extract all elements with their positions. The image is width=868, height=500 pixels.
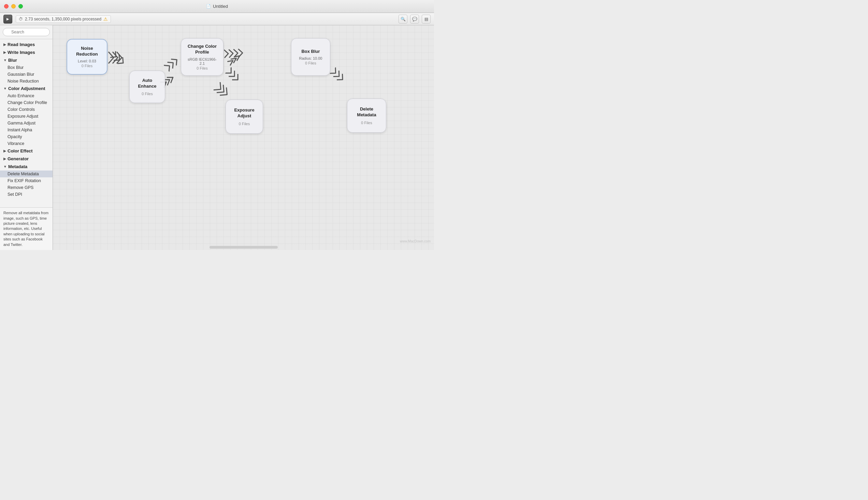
- node-delete-metadata[interactable]: Delete Metadata 0 Files: [347, 99, 386, 133]
- maximize-button[interactable]: [19, 4, 23, 9]
- sidebar-toggle-button[interactable]: ▤: [422, 15, 431, 24]
- node-title: Noise Reduction: [72, 46, 102, 57]
- sidebar-group-color-effect[interactable]: ▶ Color Effect: [0, 147, 53, 155]
- sidebar-item-change-color-profile[interactable]: Change Color Profile: [0, 99, 53, 106]
- sidebar-item-gaussian-blur[interactable]: Gaussian Blur: [0, 71, 53, 78]
- minimize-button[interactable]: [11, 4, 16, 9]
- node-files: 0 Files: [196, 66, 207, 70]
- chevron-right-icon: ▶: [3, 43, 6, 46]
- node-title: Box Blur: [301, 49, 320, 55]
- node-files: 0 Files: [239, 122, 250, 126]
- status-text: 2.73 seconds, 1,350,000 pixels processed: [25, 17, 101, 22]
- sidebar-item-fix-exif-rotation[interactable]: Fix EXIF Rotation: [0, 177, 53, 184]
- sidebar: ▶ Read Images ▶ Write Images ▼ Blur Box …: [0, 25, 53, 250]
- sidebar-item-exposure-adjust[interactable]: Exposure Adjust: [0, 113, 53, 120]
- window-title-area: 📄 Untitled: [206, 4, 228, 9]
- sidebar-group-label: Blur: [8, 58, 17, 63]
- main-content: ▶ Read Images ▶ Write Images ▼ Blur Box …: [0, 25, 434, 250]
- node-title: Exposure Adjust: [230, 107, 258, 119]
- sidebar-item-set-dpi[interactable]: Set DPI: [0, 191, 53, 198]
- connector-4: [224, 46, 248, 61]
- node-auto-enhance[interactable]: Auto Enhance 0 Files: [129, 71, 165, 103]
- sidebar-group-label: Color Effect: [8, 148, 33, 154]
- sidebar-group-metadata[interactable]: ▼ Metadata: [0, 163, 53, 171]
- chevron-down-icon: ▼: [3, 58, 7, 62]
- toolbar-right-icons: 🔍 💬 ▤: [398, 15, 431, 24]
- toolbar: ▶ ⏱ 2.73 seconds, 1,350,000 pixels proce…: [0, 13, 434, 25]
- sidebar-item-remove-gps[interactable]: Remove GPS: [0, 184, 53, 191]
- sidebar-group-label: Write Images: [8, 50, 35, 55]
- canvas-scrollbar[interactable]: [210, 246, 278, 249]
- node-title: Delete Metadata: [352, 106, 381, 118]
- window-title: Untitled: [213, 4, 228, 9]
- sidebar-group-label: Metadata: [8, 164, 27, 169]
- sidebar-item-opacity[interactable]: Opacity: [0, 133, 53, 140]
- play-icon: ▶: [7, 17, 9, 21]
- play-button[interactable]: ▶: [3, 15, 12, 24]
- node-files: 0 Files: [361, 121, 372, 125]
- comment-button[interactable]: 💬: [410, 15, 419, 24]
- search-wrapper: [3, 28, 50, 36]
- sidebar-description: Remove all metatdata from image, such as…: [0, 207, 53, 250]
- node-files: 0 Files: [142, 92, 153, 96]
- node-subtitle: Radius: 10.00: [299, 56, 323, 60]
- chevron-right-icon: ▶: [3, 50, 6, 54]
- sidebar-group-read-images[interactable]: ▶ Read Images: [0, 41, 53, 48]
- sidebar-item-gamma-adjust[interactable]: Gamma Adjust: [0, 120, 53, 126]
- node-subtitle: Level: 0.03: [78, 59, 96, 63]
- search-input[interactable]: [3, 28, 50, 36]
- node-title: Change Color Profile: [186, 44, 218, 55]
- sidebar-item-vibrance[interactable]: Vibrance: [0, 140, 53, 147]
- connector-1: [104, 49, 133, 78]
- sidebar-list: ▶ Read Images ▶ Write Images ▼ Blur Box …: [0, 39, 53, 207]
- node-subtitle: sRGB IEC61966-2.1: [186, 57, 218, 66]
- sidebar-description-text: Remove all metatdata from image, such as…: [3, 211, 48, 246]
- sidebar-item-color-controls[interactable]: Color Controls: [0, 106, 53, 113]
- titlebar: 📄 Untitled: [0, 0, 434, 13]
- sidebar-item-instant-alpha[interactable]: Instant Alpha: [0, 126, 53, 133]
- sidebar-group-color-adjustment[interactable]: ▼ Color Adjustment: [0, 84, 53, 92]
- warning-icon: ⚠: [103, 16, 108, 22]
- canvas-area[interactable]: Noise Reduction Level: 0.03 0 Files Auto…: [53, 25, 434, 250]
- node-files: 0 Files: [81, 64, 92, 68]
- chevron-right-icon: ▶: [3, 157, 6, 161]
- sidebar-item-delete-metadata[interactable]: Delete Metadata: [0, 171, 53, 177]
- node-change-color-profile[interactable]: Change Color Profile sRGB IEC61966-2.1 0…: [181, 38, 224, 76]
- node-files: 0 Files: [305, 61, 316, 65]
- node-title: Auto Enhance: [134, 78, 160, 89]
- chevron-down-icon: ▼: [3, 165, 7, 169]
- sidebar-group-label: Read Images: [8, 42, 35, 47]
- sidebar-group-write-images[interactable]: ▶ Write Images: [0, 48, 53, 56]
- sidebar-item-auto-enhance[interactable]: Auto Enhance: [0, 92, 53, 99]
- document-icon: 📄: [206, 4, 211, 9]
- node-noise-reduction[interactable]: Noise Reduction Level: 0.03 0 Files: [67, 39, 108, 75]
- search-bar: [0, 25, 53, 39]
- sidebar-item-noise-reduction[interactable]: Noise Reduction: [0, 78, 53, 84]
- close-button[interactable]: [4, 4, 9, 9]
- sidebar-group-label: Color Adjustment: [8, 86, 45, 91]
- clock-icon: ⏱: [19, 17, 23, 22]
- sidebar-group-blur[interactable]: ▼ Blur: [0, 56, 53, 64]
- sidebar-group-generator[interactable]: ▶ Generator: [0, 155, 53, 163]
- window-buttons: [4, 4, 23, 9]
- sidebar-group-label: Generator: [8, 156, 29, 161]
- search-toolbar-button[interactable]: 🔍: [398, 15, 407, 24]
- watermark: www.MacDown.com: [400, 239, 431, 243]
- chevron-down-icon: ▼: [3, 87, 7, 90]
- node-exposure-adjust[interactable]: Exposure Adjust 0 Files: [226, 100, 263, 134]
- sidebar-item-box-blur[interactable]: Box Blur: [0, 64, 53, 71]
- node-box-blur[interactable]: Box Blur Radius: 10.00 0 Files: [291, 38, 330, 76]
- status-bar: ⏱ 2.73 seconds, 1,350,000 pixels process…: [16, 15, 111, 23]
- chevron-right-icon: ▶: [3, 149, 6, 153]
